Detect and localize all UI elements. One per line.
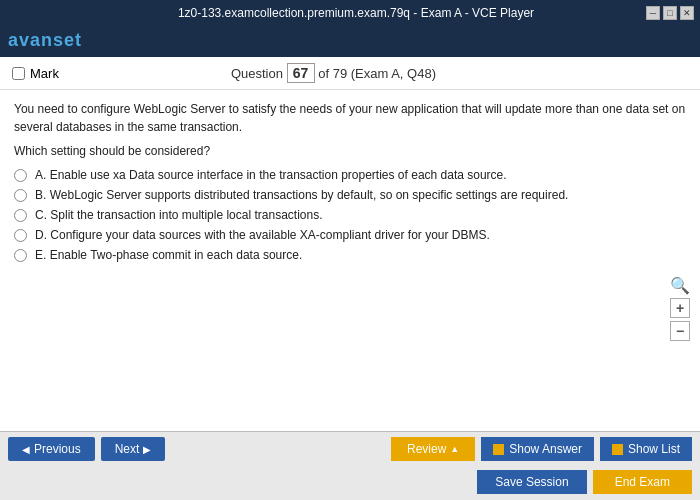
mark-label: Mark [30, 66, 59, 81]
option-d-radio[interactable] [14, 229, 27, 242]
option-b-text: B. WebLogic Server supports distributed … [35, 188, 568, 202]
option-e-radio[interactable] [14, 249, 27, 262]
zoom-out-button[interactable]: − [670, 321, 690, 341]
option-d-text: D. Configure your data sources with the … [35, 228, 490, 242]
option-c-radio[interactable] [14, 209, 27, 222]
question-label: Question [231, 66, 283, 81]
option-d[interactable]: D. Configure your data sources with the … [14, 228, 686, 242]
question-body: You need to configure WebLogic Server to… [0, 90, 700, 431]
zoom-controls: 🔍 + − [670, 276, 690, 341]
option-a-radio[interactable] [14, 169, 27, 182]
window-title: 1z0-133.examcollection.premium.exam.79q … [66, 6, 646, 20]
search-icon[interactable]: 🔍 [670, 276, 690, 295]
logo-bar: avanset [0, 26, 700, 57]
maximize-button[interactable]: □ [663, 6, 677, 20]
question-header: Mark Question 67 of 79 (Exam A, Q48) [0, 57, 700, 90]
mark-checkbox[interactable]: Mark [12, 66, 59, 81]
option-e-text: E. Enable Two-phase commit in each data … [35, 248, 302, 262]
close-button[interactable]: ✕ [680, 6, 694, 20]
next-arrow-icon: ▶ [143, 444, 151, 455]
review-button[interactable]: Review ▲ [391, 437, 475, 461]
question-info: Question 67 of 79 (Exam A, Q48) [231, 63, 436, 83]
show-answer-icon [493, 444, 504, 455]
end-exam-button[interactable]: End Exam [593, 470, 692, 494]
show-list-icon [612, 444, 623, 455]
prev-arrow-icon: ◀ [22, 444, 30, 455]
option-c-text: C. Split the transaction into multiple l… [35, 208, 322, 222]
window-chrome: 1z0-133.examcollection.premium.exam.79q … [0, 0, 700, 26]
option-a[interactable]: A. Enable use xa Data source interface i… [14, 168, 686, 182]
logo-part1: avan [8, 30, 53, 50]
option-b-radio[interactable] [14, 189, 27, 202]
logo-part2: set [53, 30, 82, 50]
main-container: Mark Question 67 of 79 (Exam A, Q48) You… [0, 57, 700, 500]
window-controls[interactable]: ─ □ ✕ [646, 6, 694, 20]
question-prompt: Which setting should be considered? [14, 144, 686, 158]
save-session-button[interactable]: Save Session [477, 470, 586, 494]
question-text: You need to configure WebLogic Server to… [14, 100, 686, 136]
option-list: A. Enable use xa Data source interface i… [14, 168, 686, 262]
nav-row: ◀ Previous Next ▶ Review ▲ Show Answer S… [0, 432, 700, 466]
next-button[interactable]: Next ▶ [101, 437, 166, 461]
question-of-label: of 79 (Exam A, Q48) [318, 66, 436, 81]
previous-button[interactable]: ◀ Previous [8, 437, 95, 461]
show-answer-button[interactable]: Show Answer [481, 437, 594, 461]
logo: avanset [8, 30, 692, 51]
option-b[interactable]: B. WebLogic Server supports distributed … [14, 188, 686, 202]
zoom-in-button[interactable]: + [670, 298, 690, 318]
show-list-button[interactable]: Show List [600, 437, 692, 461]
mark-input[interactable] [12, 67, 25, 80]
option-a-text: A. Enable use xa Data source interface i… [35, 168, 507, 182]
review-chevron-icon: ▲ [450, 444, 459, 454]
option-c[interactable]: C. Split the transaction into multiple l… [14, 208, 686, 222]
action-row: Save Session End Exam [0, 466, 700, 500]
content-wrapper: You need to configure WebLogic Server to… [0, 90, 700, 431]
option-e[interactable]: E. Enable Two-phase commit in each data … [14, 248, 686, 262]
question-number: 67 [287, 63, 315, 83]
bottom-bar: ◀ Previous Next ▶ Review ▲ Show Answer S… [0, 431, 700, 500]
minimize-button[interactable]: ─ [646, 6, 660, 20]
